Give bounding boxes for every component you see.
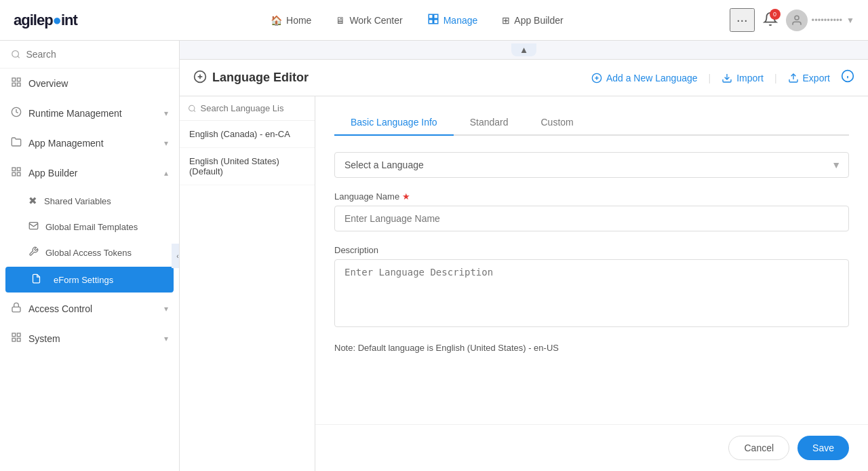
import-button[interactable]: Import (722, 73, 764, 83)
sidebar-item-global-email-templates[interactable]: Global Email Templates (0, 214, 179, 240)
notification-button[interactable]: 0 (763, 12, 778, 29)
form-actions: Cancel Save (315, 424, 868, 471)
nav-manage-label: Manage (443, 15, 478, 26)
user-menu[interactable]: •••••••••• ▼ (786, 10, 854, 31)
sidebar-overview-label: Overview (28, 78, 168, 89)
sidebar-search (0, 41, 179, 69)
svg-rect-18 (17, 333, 20, 337)
download-icon (722, 73, 732, 83)
add-circle-icon (193, 70, 207, 86)
svg-rect-3 (433, 20, 437, 24)
more-button[interactable]: ··· (730, 8, 755, 32)
language-name-group: Language Name ★ (334, 191, 849, 231)
export-button[interactable]: Export (788, 73, 830, 83)
sidebar-item-app-builder[interactable]: App Builder ▴ (0, 158, 179, 188)
sidebar: Overview Runtime Management ▾ App Manage… (0, 41, 180, 471)
import-label: Import (736, 73, 764, 83)
svg-rect-8 (12, 83, 16, 86)
collapse-toggle-button[interactable]: ▲ (511, 43, 536, 56)
language-note: Note: Default language is English (Unite… (334, 343, 849, 353)
cancel-button[interactable]: Cancel (728, 436, 789, 460)
grid-icon (11, 166, 22, 180)
svg-point-5 (12, 51, 19, 58)
description-textarea[interactable] (334, 259, 849, 327)
lock-icon (11, 302, 22, 316)
list-item[interactable]: English (Canada) - en-CA (180, 121, 315, 148)
nav-app-builder[interactable]: ⊞ App Builder (492, 10, 572, 31)
nav-manage[interactable]: Manage (418, 7, 488, 33)
clock-icon (11, 107, 22, 120)
sidebar-item-global-access-tokens[interactable]: Global Access Tokens (0, 240, 179, 265)
svg-rect-9 (17, 83, 20, 86)
eform-settings-label: eForm Settings (54, 275, 113, 285)
form-panel: Basic Language Info Standard Custom Sele… (315, 96, 868, 424)
search-input[interactable] (26, 49, 168, 60)
svg-rect-14 (17, 172, 20, 176)
top-navigation: agilep●int 🏠 Home 🖥 Work Center Manage ⊞… (0, 0, 868, 41)
add-new-language-label: Add a New Language (606, 73, 698, 83)
sidebar-item-runtime-management[interactable]: Runtime Management ▾ (0, 98, 179, 128)
chevron-down-icon: ▼ (846, 16, 854, 25)
tab-custom[interactable]: Custom (524, 110, 589, 136)
global-email-templates-label: Global Email Templates (45, 222, 138, 232)
tab-basic-language-info[interactable]: Basic Language Info (334, 110, 454, 136)
content-header: Language Editor Add a New Language | Imp… (180, 60, 868, 96)
info-button[interactable] (841, 69, 854, 86)
top-toggle-bar: ▲ (180, 41, 868, 60)
select-language-group: Select a Language ▼ (334, 152, 849, 178)
sidebar-app-builder-label: App Builder (28, 168, 157, 178)
grid-2-icon (11, 332, 22, 345)
svg-rect-16 (12, 307, 20, 312)
document-icon (31, 274, 41, 286)
svg-rect-15 (29, 223, 38, 229)
language-search-box (180, 96, 315, 121)
save-button[interactable]: Save (797, 436, 849, 460)
export-label: Export (803, 73, 830, 83)
sidebar-item-eform-settings[interactable]: eForm Settings (5, 267, 174, 293)
home-icon: 🏠 (271, 15, 282, 26)
list-item[interactable]: English (United States) (Default) (180, 148, 315, 185)
svg-rect-11 (12, 168, 16, 171)
description-group: Description (334, 245, 849, 329)
sidebar-item-shared-variables[interactable]: ✖ Shared Variables (0, 188, 179, 214)
nav-work-center[interactable]: 🖥 Work Center (326, 10, 412, 31)
sidebar-item-app-management[interactable]: App Management ▾ (0, 128, 179, 158)
language-name-input[interactable] (334, 206, 849, 231)
add-new-language-button[interactable]: Add a New Language (591, 73, 698, 83)
svg-rect-6 (12, 78, 16, 81)
chevron-down-icon: ▾ (164, 304, 168, 314)
divider: | (709, 73, 711, 83)
content-area: ▲ Language Editor Add a New Language | I… (180, 41, 868, 471)
form-tabs: Basic Language Info Standard Custom (334, 110, 849, 136)
nav-app-builder-label: App Builder (514, 15, 563, 26)
email-icon (28, 221, 39, 233)
overview-icon (11, 77, 22, 90)
sidebar-item-access-control[interactable]: Access Control ▾ (0, 294, 179, 324)
nav-right: ··· 0 •••••••••• ▼ (730, 8, 854, 32)
sidebar-access-control-label: Access Control (28, 303, 157, 314)
avatar (786, 10, 808, 31)
sidebar-system-label: System (28, 333, 157, 344)
svg-rect-7 (17, 78, 20, 81)
select-language-dropdown[interactable]: Select a Language (334, 152, 849, 178)
language-list-panel: English (Canada) - en-CA English (United… (180, 96, 315, 471)
global-access-tokens-label: Global Access Tokens (45, 248, 132, 258)
nav-home-label: Home (286, 15, 311, 26)
tab-standard[interactable]: Standard (454, 110, 525, 136)
svg-rect-1 (433, 14, 437, 18)
nav-home[interactable]: 🏠 Home (261, 10, 321, 31)
form-container: Basic Language Info Standard Custom Sele… (315, 96, 868, 471)
grid-icon: ⊞ (502, 15, 510, 26)
sidebar-item-system[interactable]: System ▾ (0, 324, 179, 354)
language-name-label: Language Name ★ (334, 191, 849, 202)
description-label: Description (334, 245, 849, 255)
sidebar-item-overview[interactable]: Overview (0, 69, 179, 98)
svg-point-4 (795, 16, 799, 20)
sidebar-collapse-button[interactable]: ‹ (172, 244, 180, 268)
notification-badge: 0 (770, 9, 781, 20)
nav-work-center-label: Work Center (349, 15, 402, 26)
language-search-input[interactable] (201, 103, 307, 113)
svg-rect-0 (429, 14, 433, 18)
content-header-left: Language Editor (193, 70, 309, 86)
chevron-down-icon: ▾ (164, 334, 168, 343)
